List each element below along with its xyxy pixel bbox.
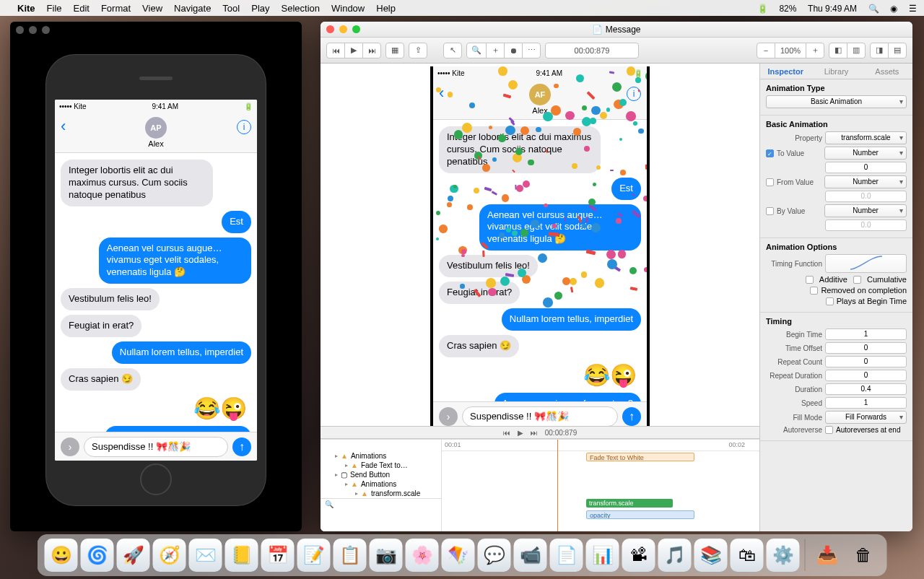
menu-window[interactable]: Window [331,3,365,14]
tl-play[interactable]: ▶ [518,429,523,437]
time-offset-input[interactable]: 0 [825,342,907,354]
to-value-check[interactable] [766,149,774,157]
send-button[interactable]: ↑ [622,407,641,426]
tl-forward[interactable]: ⏭ [531,429,538,437]
clock[interactable]: Thu 9:49 AM [808,4,857,14]
dock-siri[interactable]: 🌀 [81,539,114,572]
panel-toggle-4[interactable]: ▤ [888,43,907,58]
traffic-lights[interactable] [16,26,50,34]
cumulative-check[interactable] [853,276,861,284]
dock-itunes[interactable]: 🎵 [658,539,692,572]
dock-safari[interactable]: 🧭 [153,539,186,572]
tree-node[interactable]: ▸▲Animations [321,451,441,461]
rewind-button[interactable]: ⏮ [326,43,345,58]
traffic-lights[interactable] [326,25,360,33]
dock-mail[interactable]: ✉️ [189,539,222,572]
battery-icon[interactable]: 🔋 [757,4,768,14]
dock-downloads[interactable]: 📥 [811,539,844,572]
library-button[interactable]: ▦ [385,43,404,58]
tl-rewind[interactable]: ⏮ [503,429,510,437]
canvas[interactable]: ••••• Kite 9:41 AM 🔋 ‹ AF Alex i Integer… [321,64,759,426]
duration-input[interactable]: 0.4 [825,383,907,395]
repeat-dur-input[interactable]: 0 [825,370,907,381]
apps-chevron[interactable]: › [61,437,79,456]
tree-node[interactable]: ▸▲Animations [321,479,441,489]
siri-icon[interactable]: ◉ [890,4,897,14]
dock-facetime[interactable]: 📹 [514,539,547,572]
property-select[interactable]: transform.scale [825,131,907,144]
autoreverse-check[interactable] [825,426,833,434]
dock-numbers[interactable]: 📊 [586,539,619,572]
message-input[interactable]: Suspendisse !! 🎀🎊🎉 [84,437,228,457]
back-button[interactable]: ‹ [439,84,444,103]
timeline-bar[interactable]: transform.scale [586,499,673,508]
menu-help[interactable]: Help [376,3,396,14]
pointer-tool[interactable]: ↖ [443,43,462,58]
menu-play[interactable]: Play [251,3,269,14]
dock-trash[interactable]: 🗑 [847,539,880,572]
more-tool[interactable]: ⋯ [522,43,541,58]
by-value-check[interactable] [766,207,774,215]
app-menu[interactable]: Kite [17,3,35,14]
dock-pages[interactable]: 📄 [550,539,583,572]
share-button[interactable]: ⇪ [409,43,427,58]
menu-selection[interactable]: Selection [282,3,320,14]
send-button[interactable]: ↑ [232,437,251,456]
avatar[interactable]: AF [529,84,551,105]
avatar[interactable]: AP [145,117,167,139]
tab-inspector[interactable]: Inspector [760,64,811,79]
dock-ibooks[interactable]: 📚 [694,539,728,572]
dock-keynote[interactable]: 📽 [622,539,655,572]
menu-file[interactable]: File [47,3,62,14]
removed-check[interactable] [810,287,818,295]
message-input[interactable]: Suspendisse !! 🎀🎊🎉 [462,406,618,427]
spotlight-icon[interactable]: 🔍 [868,4,879,14]
menu-navigate[interactable]: Navigate [174,3,211,14]
dock-launchpad[interactable]: 🚀 [117,539,150,572]
additive-check[interactable] [806,276,814,284]
speed-input[interactable]: 1 [825,397,907,409]
panel-toggle-2[interactable]: ▥ [847,43,866,58]
timeline-bar[interactable]: opacity [586,510,694,519]
tree-node[interactable]: ▸▲Fade Text to… [321,461,441,470]
panel-toggle-3[interactable]: ◨ [870,43,889,58]
menu-tool[interactable]: Tool [222,3,240,14]
begin-time-input[interactable]: 1 [825,328,907,340]
back-button[interactable]: ‹ [61,117,66,136]
to-value-input[interactable]: 0 [825,162,907,173]
dock-preferences[interactable]: ⚙️ [767,539,800,572]
zoom-out[interactable]: − [757,43,775,58]
menu-view[interactable]: View [142,3,162,14]
begin-check[interactable] [826,297,834,305]
dock-contacts[interactable]: 📒 [225,539,258,572]
notification-icon[interactable]: ☰ [909,4,917,14]
dock-photo-booth[interactable]: 📷 [370,539,403,572]
fill-mode-select[interactable]: Fill Forwards [825,411,907,424]
dock-kite[interactable]: 🪁 [442,539,475,572]
add-tool[interactable]: ＋ [486,43,505,58]
panel-toggle-1[interactable]: ◧ [829,43,847,58]
by-value-input[interactable]: 0.0 [825,219,907,231]
playhead[interactable] [557,440,558,531]
timeline[interactable]: ▸▲Animations▸▲Fade Text to…▸▢Send Button… [321,439,759,531]
timeline-tree[interactable]: ▸▲Animations▸▲Fade Text to…▸▢Send Button… [321,440,442,531]
dock-calendar[interactable]: 📅 [261,539,295,572]
apps-chevron[interactable]: › [439,407,458,426]
timing-curve[interactable] [825,254,907,273]
zoom-value[interactable]: 100% [775,43,806,58]
zoom-tool[interactable]: 🔍 [466,43,487,58]
zoom-in[interactable]: ＋ [806,43,824,58]
menu-format[interactable]: Format [101,3,131,14]
tree-node[interactable]: ▸▢Send Button [321,470,441,479]
dock-photos[interactable]: 🌸 [406,539,439,572]
dock-appstore[interactable]: 🛍 [731,539,764,572]
forward-button[interactable]: ⏭ [362,43,381,58]
play-button[interactable]: ▶ [344,43,363,58]
from-value-input[interactable]: 0.0 [825,191,907,202]
tab-library[interactable]: Library [811,64,861,79]
timeline-bar[interactable]: Fade Text to White [586,453,694,461]
dock-messages[interactable]: 💬 [478,539,511,572]
info-button[interactable]: i [237,120,251,134]
tab-assets[interactable]: Assets [862,64,912,79]
timeline-tracks[interactable]: 00:01 00:02 Fade Text to Whitetransform.… [442,440,759,531]
